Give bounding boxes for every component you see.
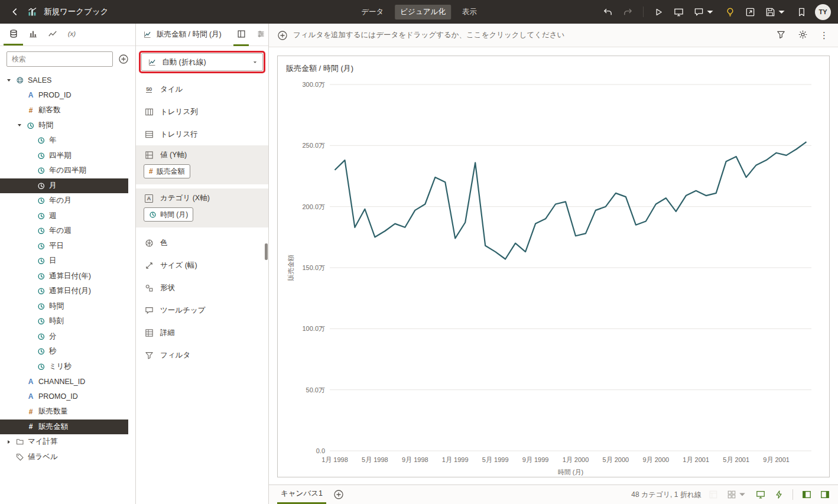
scrollbar-thumb[interactable] — [265, 243, 268, 260]
tree-item-year-week[interactable]: 年の週 — [0, 223, 135, 239]
field-chip-category-x[interactable]: 時間 (月) — [144, 207, 193, 222]
slot-trellis-rows[interactable]: トレリス行 — [136, 123, 268, 145]
play-icon[interactable] — [654, 7, 664, 17]
tree-item-julian-year[interactable]: 通算日付(年) — [0, 269, 135, 284]
bookmark-icon[interactable] — [797, 7, 807, 17]
filter-prompt: フィルタを追加するにはデータをドラッグするか、ここをクリックしてください — [293, 30, 771, 40]
slot-detail[interactable]: 詳細 — [136, 321, 268, 344]
tree-item-prod-id[interactable]: APROD_ID — [0, 88, 135, 103]
slot-size[interactable]: サイズ (幅) — [136, 254, 268, 277]
data-tab-bar-chart-icon[interactable] — [23, 24, 43, 45]
slot-shape[interactable]: 形状 — [136, 277, 268, 299]
tree-item-hour[interactable]: 時間 — [0, 299, 135, 314]
tree-item-millisecond[interactable]: ミリ秒 — [0, 359, 135, 375]
grid-layout-icon[interactable] — [727, 490, 747, 499]
collapse-arrow-icon[interactable] — [14, 123, 25, 128]
tree-item-sales[interactable]: SALES — [0, 73, 135, 88]
tree-item-julian-month[interactable]: 通算日付(月) — [0, 284, 135, 299]
measure-icon: # — [149, 167, 153, 175]
data-tab-fx-icon[interactable]: (x) — [62, 24, 82, 45]
lightbulb-icon[interactable] — [725, 7, 735, 17]
tree-item-year-quarter[interactable]: 年の四半期 — [0, 163, 135, 178]
tree-item-sales-amount[interactable]: #販売金額 — [0, 420, 128, 435]
dropzone-values-y[interactable]: 値 (Y軸)#販売金額 — [136, 145, 268, 184]
clock-icon — [35, 197, 47, 205]
slot-tile[interactable]: 50タイル — [136, 78, 268, 100]
workbook-logo-icon — [27, 6, 38, 17]
back-button[interactable] — [7, 4, 22, 19]
tree-item-my-calc[interactable]: マイ計算 — [0, 434, 135, 450]
filter-bar[interactable]: フィルタを追加するにはデータをドラッグするか、ここをクリックしてください ⋮ — [269, 24, 838, 47]
clock-icon — [35, 152, 47, 160]
tree-item-month[interactable]: 月 — [0, 178, 128, 194]
panel-left-icon[interactable] — [802, 490, 811, 499]
svg-text:5月 1999: 5月 1999 — [482, 456, 509, 463]
slot-color[interactable]: 色 — [136, 232, 268, 254]
expand-arrow-icon[interactable] — [4, 440, 14, 444]
more-menu-icon[interactable]: ⋮ — [820, 31, 829, 40]
display-icon[interactable] — [756, 490, 765, 499]
add-canvas-button[interactable] — [333, 489, 344, 500]
save-icon[interactable] — [765, 7, 787, 17]
slot-filter[interactable]: フィルタ — [136, 344, 268, 366]
tree-item-year[interactable]: 年 — [0, 133, 135, 148]
nav-data[interactable]: データ — [356, 5, 389, 19]
field-chip-values-y[interactable]: #販売金額 — [144, 164, 190, 178]
tree-item-customers[interactable]: #顧客数 — [0, 103, 135, 118]
canvas-tab[interactable]: キャンバス1 — [277, 485, 326, 504]
attribute-icon: A — [25, 378, 37, 386]
tree-item-sales-qty[interactable]: #販売数量 — [0, 404, 135, 420]
filter-icon — [144, 351, 154, 360]
tree-item-week[interactable]: 週 — [0, 209, 135, 224]
canvas-settings-icon[interactable] — [709, 490, 718, 499]
tree-item-promo-id[interactable]: APROMO_ID — [0, 389, 135, 405]
tile-icon: 50 — [144, 86, 154, 93]
detail-icon — [144, 329, 154, 337]
tree-item-time-of-day[interactable]: 時刻 — [0, 314, 135, 329]
undo-icon[interactable] — [603, 7, 613, 17]
tree-item-quarter[interactable]: 四半期 — [0, 148, 135, 164]
svg-text:5月 2000: 5月 2000 — [603, 456, 629, 463]
data-tab-trend-icon[interactable] — [43, 24, 62, 45]
tree-item-time[interactable]: 時間 — [0, 118, 135, 134]
dropzone-category-x[interactable]: Aカテゴリ (X軸)時間 (月) — [136, 188, 268, 227]
add-data-button[interactable] — [118, 54, 129, 64]
line-chart-svg[interactable]: 0.050.0万100.0万150.0万200.0万250.0万300.0万1月… — [285, 77, 822, 485]
open-window-icon[interactable] — [745, 7, 755, 17]
size-icon — [144, 261, 154, 270]
filter-options-icon[interactable] — [776, 30, 786, 41]
nav-visualize[interactable]: ビジュアル化 — [395, 5, 450, 19]
tree-item-day[interactable]: 日 — [0, 253, 135, 269]
add-filter-icon[interactable] — [277, 30, 288, 41]
tree-item-minute[interactable]: 分 — [0, 329, 135, 344]
line-chart[interactable]: 0.050.0万100.0万150.0万200.0万250.0万300.0万1月… — [285, 77, 822, 474]
grammar-pane-toggle-icon[interactable] — [233, 24, 249, 46]
tree-item-value-labels[interactable]: 値ラベル — [0, 450, 135, 465]
data-tab-database-icon[interactable] — [4, 24, 23, 45]
viz-card[interactable]: 販売金額 / 時間 (月) 0.050.0万100.0万150.0万200.0万… — [277, 56, 830, 477]
user-avatar[interactable]: TY — [815, 4, 831, 20]
tree-item-year-month[interactable]: 年の月 — [0, 193, 135, 209]
bolt-icon[interactable] — [774, 490, 784, 499]
slot-trellis-cols[interactable]: トレリス列 — [136, 100, 268, 123]
panel-right-icon[interactable] — [820, 490, 830, 499]
svg-text:9月 2001: 9月 2001 — [763, 456, 790, 463]
svg-text:1月 2001: 1月 2001 — [683, 456, 709, 463]
nav-present[interactable]: 表示 — [457, 5, 482, 19]
collapse-arrow-icon[interactable] — [4, 78, 14, 83]
clock-icon — [35, 167, 47, 175]
tree-item-channel-id[interactable]: ACHANNEL_ID — [0, 374, 135, 389]
workbook-title: 新規ワークブック — [44, 6, 109, 17]
content: (x) SALESAPROD_ID#顧客数時間年四半期年の四半期月年の月週年の週… — [0, 24, 838, 504]
tree-item-weekday[interactable]: 平日 — [0, 239, 135, 254]
present-icon[interactable] — [674, 7, 684, 17]
tree-item-second[interactable]: 秒 — [0, 344, 135, 359]
properties-pane-toggle-icon[interactable] — [253, 24, 268, 46]
canvas-properties-gear-icon[interactable] — [798, 30, 808, 41]
viz-type-select[interactable]: 自動 (折れ線) — [141, 53, 263, 71]
svg-text:200.0万: 200.0万 — [302, 203, 325, 210]
search-input[interactable] — [7, 51, 113, 67]
slot-tooltip[interactable]: ツールチップ — [136, 299, 268, 321]
comment-icon[interactable] — [694, 7, 715, 17]
redo-icon[interactable] — [623, 7, 633, 17]
